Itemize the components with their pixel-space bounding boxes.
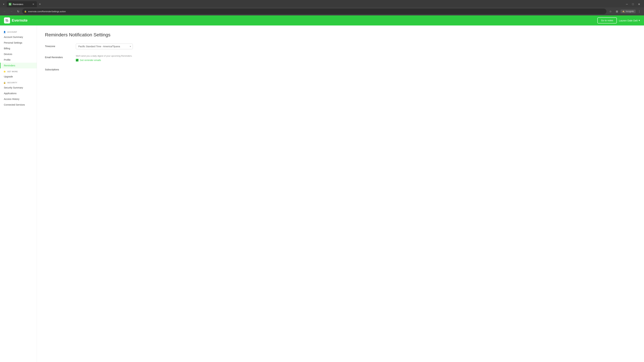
address-bar-wrapper: 🔒	[22, 8, 606, 14]
sidebar-item-personal-settings[interactable]: Personal Settings	[0, 40, 37, 45]
window-minimize-button[interactable]: ─	[624, 2, 629, 6]
user-menu[interactable]: Lauren Dale Deli ▾	[619, 19, 640, 22]
sidebar-item-reminders[interactable]: Reminders	[0, 63, 37, 68]
back-button[interactable]: ←	[2, 9, 8, 14]
tab-dropdown-button[interactable]: ▾	[1, 2, 6, 6]
window-maximize-button[interactable]: □	[630, 2, 635, 6]
sidebar: 👤 ACCOUNT Account Summary Personal Setti…	[0, 25, 37, 362]
user-name-label: Lauren Dale Deli	[619, 19, 638, 22]
window-close-button[interactable]: ✕	[636, 2, 641, 6]
timezone-label: Timezone	[45, 43, 72, 48]
reload-button[interactable]: ↻	[16, 9, 21, 14]
tab-favicon-icon: 🐘	[9, 3, 12, 5]
sidebar-item-account-summary[interactable]: Account Summary	[0, 34, 37, 40]
logo-elephant-icon: 🐘	[5, 18, 9, 22]
browser-menu-button[interactable]: ⋮	[636, 9, 642, 14]
email-reminders-row: Email Reminders We'll send you a daily d…	[45, 55, 636, 61]
header-right: Go to notes Lauren Dale Deli ▾	[598, 17, 640, 23]
account-section-icon: 👤	[3, 31, 6, 33]
tab-title: Reminders	[13, 3, 23, 5]
new-tab-button[interactable]: +	[38, 2, 42, 6]
app-logo: 🐘 Evernote	[4, 17, 28, 23]
reminder-checkbox-label[interactable]: Get reminder emails	[80, 59, 101, 61]
sidebar-item-access-history[interactable]: Access History	[0, 96, 37, 102]
bookmark-button[interactable]: ☆	[608, 9, 613, 14]
app-header: 🐘 Evernote Go to notes Lauren Dale Deli …	[0, 15, 644, 25]
incognito-label: Incognito	[626, 10, 634, 12]
get-more-section-icon: ⭐	[3, 70, 6, 73]
content-area: Reminders Notification Settings Timezone…	[37, 25, 644, 362]
incognito-icon: 🕵	[622, 10, 625, 12]
address-bar-input[interactable]	[22, 8, 606, 14]
subscriptions-row: Subscriptions	[45, 67, 636, 71]
address-bar-lock-icon: 🔒	[24, 10, 27, 12]
sidebar-item-applications[interactable]: Applications	[0, 90, 37, 96]
timezone-select[interactable]: Pacific Standard Time - America/Tijuana	[76, 43, 133, 49]
sidebar-item-connected-services[interactable]: Connected Services	[0, 102, 37, 108]
browser-toolbar-right: ☆ ⊞ 🕵 Incognito ⋮	[608, 9, 642, 14]
extensions-button[interactable]: ⊞	[614, 9, 620, 14]
email-reminders-label: Email Reminders	[45, 55, 72, 59]
timezone-row: Timezone Pacific Standard Time - America…	[45, 43, 636, 49]
main-layout: 👤 ACCOUNT Account Summary Personal Setti…	[0, 25, 644, 362]
subscriptions-label: Subscriptions	[45, 67, 72, 71]
sidebar-item-devices[interactable]: Devices	[0, 51, 37, 57]
account-section-label: 👤 ACCOUNT	[0, 29, 37, 34]
browser-toolbar: ← → ↻ 🔒 ☆ ⊞ 🕵 Incognito ⋮	[0, 7, 644, 15]
page-title: Reminders Notification Settings	[45, 32, 636, 37]
window-controls: ─ □ ✕	[624, 2, 643, 6]
sidebar-item-profile[interactable]: Profile	[0, 57, 37, 63]
timezone-select-wrapper: Pacific Standard Time - America/Tijuana …	[76, 43, 133, 49]
reminder-checkbox-row: Get reminder emails	[76, 59, 636, 61]
sidebar-item-upgrade[interactable]: Upgrade	[0, 74, 37, 79]
sidebar-item-billing[interactable]: Billing	[0, 45, 37, 51]
reminder-checkbox[interactable]	[76, 59, 78, 61]
tab-close-button[interactable]: ✕	[32, 3, 35, 6]
timezone-value: Pacific Standard Time - America/Tijuana …	[76, 43, 636, 49]
forward-button[interactable]: →	[9, 9, 14, 14]
browser-chrome: ▾ 🐘 Reminders ✕ + ─ □ ✕ ← → ↻ 🔒 ☆ ⊞ 🕵 In…	[0, 0, 644, 15]
incognito-badge: 🕵 Incognito	[620, 9, 636, 13]
browser-tab[interactable]: 🐘 Reminders ✕	[7, 1, 37, 7]
security-section-icon: 🔒	[3, 81, 6, 84]
email-reminders-desc: We'll send you a daily digest of your up…	[76, 55, 636, 57]
user-chevron-icon: ▾	[639, 19, 640, 22]
logo-icon: 🐘	[4, 17, 10, 23]
security-section-label: 🔒 SECURITY	[0, 79, 37, 85]
logo-text: Evernote	[12, 18, 28, 23]
sidebar-item-security-summary[interactable]: Security Summary	[0, 85, 37, 90]
email-reminders-value: We'll send you a daily digest of your up…	[76, 55, 636, 61]
browser-tab-bar: ▾ 🐘 Reminders ✕ + ─ □ ✕	[0, 0, 644, 7]
go-to-notes-button[interactable]: Go to notes	[598, 17, 617, 23]
get-more-section-label: ⭐ GET MORE	[0, 68, 37, 74]
